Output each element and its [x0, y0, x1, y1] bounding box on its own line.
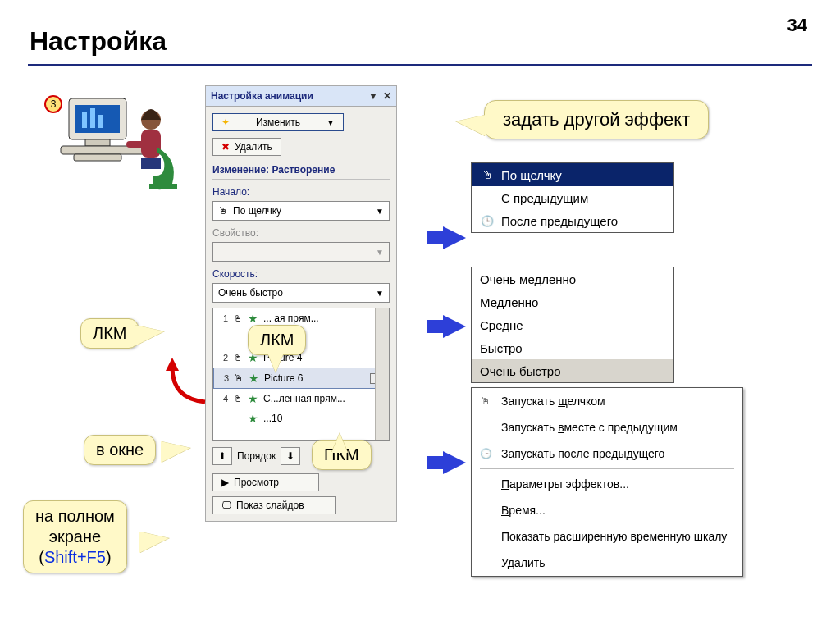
- speed-label: Скорость:: [212, 268, 390, 280]
- star-icon: ★: [248, 392, 258, 405]
- pane-title: Настройка анимации: [211, 90, 313, 102]
- ctx-with-prev[interactable]: Запускать вместе с предыдущим: [472, 414, 742, 441]
- svg-rect-5: [85, 139, 110, 146]
- callout-pointer: [161, 441, 190, 463]
- speed-dropdown[interactable]: Очень быстро ▼: [212, 283, 390, 303]
- slideshow-button[interactable]: 🖵 Показ слайдов: [212, 496, 336, 514]
- context-menu[interactable]: 🖱 Запускать щелчком Запускать вместе с п…: [471, 387, 743, 577]
- clock-icon: 🕒: [480, 215, 495, 227]
- callout-in-window: в окне: [84, 435, 156, 465]
- callout-change-effect: задать другой эффект: [484, 100, 709, 139]
- mouse-icon: 🖱: [218, 205, 228, 217]
- play-icon: ▶: [221, 477, 229, 488]
- change-effect-label: Изменить: [235, 116, 322, 128]
- chevron-down-icon: ▼: [376, 289, 384, 298]
- delete-star-icon: ✖: [221, 141, 230, 153]
- menu-item-very-fast[interactable]: Очень быстро: [472, 359, 673, 382]
- property-dropdown: ▼: [212, 242, 390, 262]
- arrow-icon: [443, 451, 466, 474]
- mouse-icon: 🖱: [477, 395, 495, 407]
- ctx-after-prev[interactable]: 🕒 Запускать после предыдущего: [472, 441, 742, 467]
- menu-item-fast[interactable]: Быстро: [472, 336, 673, 359]
- delete-effect-button[interactable]: ✖ Удалить: [212, 138, 281, 156]
- slideshow-label: Показ слайдов: [236, 500, 304, 511]
- title-underline: [28, 64, 812, 66]
- svg-rect-3: [90, 108, 95, 128]
- mouse-icon: 🖱: [233, 393, 243, 404]
- ctx-delete[interactable]: Удалить: [472, 550, 742, 576]
- reorder-down-button[interactable]: ⬇: [281, 447, 300, 465]
- menu-item-with-prev[interactable]: С предыдущим: [472, 186, 673, 209]
- reorder-up-button[interactable]: ⬆: [212, 447, 232, 465]
- arrow-icon: [443, 226, 466, 249]
- current-change-label: Изменение: Растворение: [212, 164, 390, 180]
- start-value: По щелчку: [233, 205, 281, 217]
- delete-effect-label: Удалить: [235, 141, 272, 153]
- ctx-effect-params[interactable]: Параметры эффектов...: [472, 471, 742, 497]
- scrollbar[interactable]: [375, 308, 389, 440]
- page-number: 34: [788, 15, 807, 36]
- callout-pointer: [267, 353, 284, 372]
- reorder-label: Порядок: [237, 450, 276, 462]
- svg-rect-11: [141, 158, 161, 169]
- chevron-down-icon: ▼: [376, 207, 384, 216]
- callout-lkm: ЛКМ: [80, 318, 139, 349]
- list-item[interactable]: 1 🖱 ★ ... ая прям...: [213, 308, 389, 328]
- arrow-icon: [443, 315, 466, 338]
- callout-pointer: [331, 433, 348, 453]
- ctx-timing[interactable]: Время...: [472, 497, 742, 523]
- speed-options-menu[interactable]: Очень медленно Медленно Средне Быстро Оч…: [471, 267, 674, 383]
- mouse-icon: 🖱: [480, 169, 495, 181]
- svg-rect-10: [126, 141, 146, 148]
- menu-item-slow[interactable]: Медленно: [472, 290, 673, 313]
- callout-pointer: [135, 325, 164, 346]
- chevron-down-icon: ▼: [376, 248, 384, 257]
- curved-arrow-icon: [164, 353, 213, 410]
- star-icon: ★: [248, 412, 258, 425]
- slideshow-icon: 🖵: [221, 500, 231, 511]
- ctx-on-click[interactable]: 🖱 Запускать щелчком: [472, 388, 742, 414]
- start-label: Начало:: [212, 186, 390, 198]
- mouse-icon: 🖱: [233, 313, 243, 324]
- chevron-down-icon: ▼: [326, 116, 335, 128]
- clock-icon: 🕒: [477, 448, 495, 459]
- page-title: Настройка: [30, 26, 167, 57]
- list-item[interactable]: 4 🖱 ★ С...ленная прям...: [213, 389, 389, 409]
- star-icon: ★: [249, 372, 259, 385]
- preview-button[interactable]: ▶ Просмотр: [212, 473, 319, 491]
- clipart-user-at-computer: [44, 90, 184, 197]
- start-dropdown[interactable]: 🖱 По щелчку ▼: [212, 201, 390, 221]
- star-icon: ★: [248, 312, 258, 325]
- callout-pointer: [139, 532, 169, 553]
- start-options-menu[interactable]: 🖱 По щелчку С предыдущим 🕒 После предыду…: [471, 162, 674, 233]
- mouse-icon: 🖱: [233, 352, 243, 363]
- svg-rect-12: [149, 184, 177, 189]
- change-effect-button[interactable]: ✦ Изменить ▼: [212, 113, 344, 131]
- pane-close-icon[interactable]: ✕: [383, 90, 391, 102]
- mouse-icon: 🖱: [234, 372, 244, 384]
- menu-item-after-prev[interactable]: 🕒 После предыдущего: [472, 209, 673, 232]
- menu-item-very-slow[interactable]: Очень медленно: [472, 267, 673, 290]
- pane-menu-icon[interactable]: ▼: [368, 90, 378, 102]
- speed-value: Очень быстро: [218, 287, 283, 299]
- menu-item-medium[interactable]: Средне: [472, 313, 673, 336]
- svg-rect-4: [98, 115, 103, 128]
- callout-fullscreen: на полном экране (Shift+F5): [23, 500, 127, 573]
- menu-item-on-click[interactable]: 🖱 По щелчку: [472, 163, 673, 186]
- list-item-selected[interactable]: 3 🖱 ★ Picture 6 ▼: [213, 368, 389, 389]
- callout-lkm-2: ЛКМ: [248, 325, 306, 355]
- star-icon: ✦: [221, 116, 230, 128]
- property-label: Свойство:: [212, 227, 390, 239]
- pane-header: Настройка анимации ▼ ✕: [206, 86, 396, 107]
- preview-label: Просмотр: [234, 477, 279, 488]
- ctx-show-timeline[interactable]: Показать расширенную временную шкалу: [472, 523, 742, 550]
- svg-rect-2: [82, 112, 87, 128]
- list-item[interactable]: ★ ...10: [213, 409, 389, 428]
- callout-pointer: [456, 115, 486, 136]
- svg-rect-7: [74, 154, 121, 161]
